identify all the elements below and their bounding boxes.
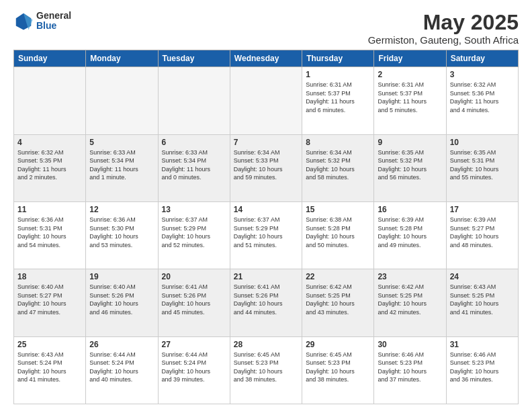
day-number: 23 [378,272,442,281]
day-number: 5 [89,138,154,147]
day-info: Sunrise: 6:43 AM Sunset: 5:25 PM Dayligh… [450,283,515,316]
day-number: 28 [234,340,298,349]
day-info: Sunrise: 6:45 AM Sunset: 5:23 PM Dayligh… [234,351,298,384]
day-info: Sunrise: 6:32 AM Sunset: 5:35 PM Dayligh… [17,148,82,182]
table-row: 12Sunrise: 6:36 AM Sunset: 5:30 PM Dayli… [86,201,158,269]
table-row: 10Sunrise: 6:35 AM Sunset: 5:31 PM Dayli… [446,134,518,201]
day-number: 20 [162,272,226,281]
day-number: 13 [162,205,226,214]
table-row: 7Sunrise: 6:34 AM Sunset: 5:33 PM Daylig… [230,134,302,201]
day-info: Sunrise: 6:31 AM Sunset: 5:37 PM Dayligh… [378,81,442,114]
table-row: 21Sunrise: 6:41 AM Sunset: 5:26 PM Dayli… [230,269,302,336]
day-info: Sunrise: 6:36 AM Sunset: 5:30 PM Dayligh… [89,216,154,249]
day-info: Sunrise: 6:35 AM Sunset: 5:31 PM Dayligh… [450,148,515,182]
header: General Blue May 2025 Germiston, Gauteng… [13,11,519,46]
logo-icon [13,11,34,31]
table-row: 17Sunrise: 6:39 AM Sunset: 5:27 PM Dayli… [446,201,518,269]
day-info: Sunrise: 6:42 AM Sunset: 5:25 PM Dayligh… [306,283,370,316]
day-number: 8 [306,138,370,147]
table-row: 5Sunrise: 6:33 AM Sunset: 5:34 PM Daylig… [86,134,158,201]
table-row: 15Sunrise: 6:38 AM Sunset: 5:28 PM Dayli… [302,201,374,269]
table-row [14,67,86,134]
day-number: 15 [306,205,370,214]
logo-text: General Blue [36,11,71,32]
table-row: 4Sunrise: 6:32 AM Sunset: 5:35 PM Daylig… [14,134,86,201]
day-number: 19 [89,272,154,281]
day-number: 31 [450,340,515,349]
day-info: Sunrise: 6:40 AM Sunset: 5:27 PM Dayligh… [17,283,82,316]
table-row: 29Sunrise: 6:45 AM Sunset: 5:23 PM Dayli… [302,336,374,404]
calendar-week-row: 11Sunrise: 6:36 AM Sunset: 5:31 PM Dayli… [14,201,519,269]
table-row: 6Sunrise: 6:33 AM Sunset: 5:34 PM Daylig… [158,134,230,201]
day-number: 10 [450,138,515,147]
col-sunday: Sunday [14,50,86,67]
day-number: 18 [17,272,82,281]
col-wednesday: Wednesday [230,50,302,67]
day-number: 21 [234,272,298,281]
col-friday: Friday [374,50,446,67]
col-thursday: Thursday [302,50,374,67]
col-monday: Monday [86,50,158,67]
calendar-week-row: 18Sunrise: 6:40 AM Sunset: 5:27 PM Dayli… [14,269,519,336]
table-row: 1Sunrise: 6:31 AM Sunset: 5:37 PM Daylig… [302,67,374,134]
table-row: 20Sunrise: 6:41 AM Sunset: 5:26 PM Dayli… [158,269,230,336]
table-row: 31Sunrise: 6:46 AM Sunset: 5:23 PM Dayli… [446,336,518,404]
table-row: 27Sunrise: 6:44 AM Sunset: 5:24 PM Dayli… [158,336,230,404]
day-number: 11 [17,205,82,214]
table-row: 30Sunrise: 6:46 AM Sunset: 5:23 PM Dayli… [374,336,446,404]
day-info: Sunrise: 6:46 AM Sunset: 5:23 PM Dayligh… [378,351,442,384]
day-info: Sunrise: 6:45 AM Sunset: 5:23 PM Dayligh… [306,351,370,384]
subtitle: Germiston, Gauteng, South Africa [368,34,519,46]
day-info: Sunrise: 6:37 AM Sunset: 5:29 PM Dayligh… [162,216,226,249]
day-number: 26 [89,340,154,349]
table-row: 2Sunrise: 6:31 AM Sunset: 5:37 PM Daylig… [374,67,446,134]
page: General Blue May 2025 Germiston, Gauteng… [0,0,532,411]
day-number: 9 [378,138,442,147]
table-row: 26Sunrise: 6:44 AM Sunset: 5:24 PM Dayli… [86,336,158,404]
day-number: 25 [17,340,82,349]
calendar-week-row: 25Sunrise: 6:43 AM Sunset: 5:24 PM Dayli… [14,336,519,404]
calendar-week-row: 4Sunrise: 6:32 AM Sunset: 5:35 PM Daylig… [14,134,519,201]
table-row: 13Sunrise: 6:37 AM Sunset: 5:29 PM Dayli… [158,201,230,269]
day-info: Sunrise: 6:34 AM Sunset: 5:32 PM Dayligh… [306,148,370,182]
table-row: 18Sunrise: 6:40 AM Sunset: 5:27 PM Dayli… [14,269,86,336]
day-info: Sunrise: 6:44 AM Sunset: 5:24 PM Dayligh… [162,351,226,384]
day-info: Sunrise: 6:46 AM Sunset: 5:23 PM Dayligh… [450,351,515,384]
day-info: Sunrise: 6:35 AM Sunset: 5:32 PM Dayligh… [378,148,442,182]
day-info: Sunrise: 6:38 AM Sunset: 5:28 PM Dayligh… [306,216,370,249]
day-number: 24 [450,272,515,281]
table-row: 25Sunrise: 6:43 AM Sunset: 5:24 PM Dayli… [14,336,86,404]
col-tuesday: Tuesday [158,50,230,67]
table-row: 9Sunrise: 6:35 AM Sunset: 5:32 PM Daylig… [374,134,446,201]
table-row: 22Sunrise: 6:42 AM Sunset: 5:25 PM Dayli… [302,269,374,336]
table-row: 8Sunrise: 6:34 AM Sunset: 5:32 PM Daylig… [302,134,374,201]
day-number: 7 [234,138,298,147]
logo: General Blue [13,11,71,32]
day-info: Sunrise: 6:44 AM Sunset: 5:24 PM Dayligh… [89,351,154,384]
table-row [86,67,158,134]
day-info: Sunrise: 6:42 AM Sunset: 5:25 PM Dayligh… [378,283,442,316]
calendar-week-row: 1Sunrise: 6:31 AM Sunset: 5:37 PM Daylig… [14,67,519,134]
day-number: 6 [162,138,226,147]
calendar-table: Sunday Monday Tuesday Wednesday Thursday… [13,50,519,404]
day-number: 14 [234,205,298,214]
day-info: Sunrise: 6:41 AM Sunset: 5:26 PM Dayligh… [234,283,298,316]
day-number: 29 [306,340,370,349]
day-info: Sunrise: 6:36 AM Sunset: 5:31 PM Dayligh… [17,216,82,249]
table-row: 3Sunrise: 6:32 AM Sunset: 5:36 PM Daylig… [446,67,518,134]
day-number: 3 [450,70,515,79]
table-row: 14Sunrise: 6:37 AM Sunset: 5:29 PM Dayli… [230,201,302,269]
day-number: 27 [162,340,226,349]
col-saturday: Saturday [446,50,518,67]
day-info: Sunrise: 6:31 AM Sunset: 5:37 PM Dayligh… [306,81,370,114]
day-info: Sunrise: 6:43 AM Sunset: 5:24 PM Dayligh… [17,351,82,384]
day-number: 1 [306,70,370,79]
main-title: May 2025 [368,11,519,34]
table-row: 28Sunrise: 6:45 AM Sunset: 5:23 PM Dayli… [230,336,302,404]
day-info: Sunrise: 6:33 AM Sunset: 5:34 PM Dayligh… [89,148,154,182]
table-row: 11Sunrise: 6:36 AM Sunset: 5:31 PM Dayli… [14,201,86,269]
day-number: 22 [306,272,370,281]
logo-general-text: General [36,11,71,21]
day-number: 2 [378,70,442,79]
table-row: 23Sunrise: 6:42 AM Sunset: 5:25 PM Dayli… [374,269,446,336]
